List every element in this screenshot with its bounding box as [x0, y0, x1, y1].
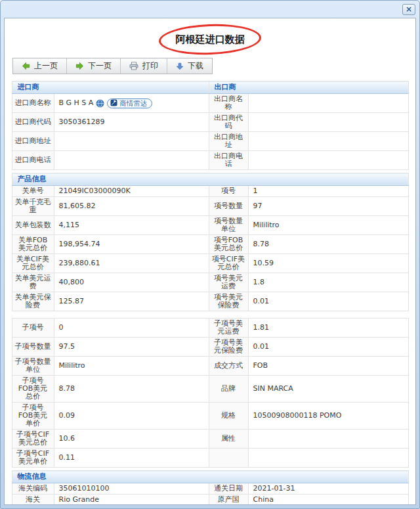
- field-value: 97.5: [54, 338, 209, 357]
- dialog-content: 阿根廷进口数据 上一页 下一页: [4, 18, 416, 505]
- field-label: 关单包装数: [12, 216, 54, 235]
- field-value: 1: [248, 186, 408, 197]
- print-button[interactable]: 打印: [121, 58, 167, 74]
- field-label: 关单美元保险费: [12, 292, 54, 311]
- field-label: 项号FOB美元总价: [209, 235, 248, 254]
- table-row: 进口商电话 出口商电话: [12, 151, 408, 170]
- logistics-table: 物流信息 海关编码 35061010100 通关日期 2021-01-31 海关…: [12, 470, 409, 505]
- radar-icon: [110, 99, 117, 106]
- table-row: 进口商地址 出口商地址: [12, 132, 408, 151]
- exporter-section-header: 出口商: [209, 81, 408, 94]
- next-page-button[interactable]: 下一页: [67, 58, 121, 74]
- field-label: 子项号CIF美元总价: [12, 430, 54, 449]
- field-value: 2021-01-31: [248, 483, 408, 495]
- download-button[interactable]: 下载: [167, 58, 212, 74]
- table-row: 子项号 0 子项号美元运费 1.81: [12, 319, 408, 338]
- download-label: 下载: [188, 60, 203, 72]
- arrow-right-icon: [75, 62, 84, 70]
- importer-section-header: 进口商: [12, 81, 209, 94]
- field-value: Mililitro: [248, 216, 408, 235]
- importer-name-value: B G H S A: [54, 94, 209, 113]
- title-area: 阿根廷进口数据: [5, 22, 415, 56]
- dialog-titlebar: ×: [1, 1, 419, 18]
- field-label: 子项号CIF美元单价: [12, 449, 54, 468]
- field-label: 海关编码: [12, 483, 54, 495]
- close-icon[interactable]: ×: [402, 4, 415, 15]
- field-label: 关单千克毛重: [12, 197, 54, 216]
- field-label: 海关: [12, 495, 54, 506]
- table-row: 子项号数量单位 Mililitro 成交方式 FOB: [12, 357, 408, 376]
- toolbar: 上一页 下一页 打印: [12, 58, 213, 74]
- table-row: 关单CIF美元总价 239,880.61 项号CIF美元总价 10.59: [12, 254, 408, 273]
- field-label: 规格: [209, 403, 248, 430]
- field-label: 子项号数量单位: [12, 357, 54, 376]
- field-label: 项号美元保险费: [209, 292, 248, 311]
- table-row: 进口商 出口商: [12, 81, 408, 94]
- business-radar-badge[interactable]: 商情雷达: [107, 99, 152, 108]
- field-value: FOB: [248, 357, 408, 376]
- field-label: 子项号FOB美元单价: [12, 403, 54, 430]
- field-value: 0.01: [248, 338, 408, 357]
- prev-page-label: 上一页: [34, 60, 58, 72]
- field-label: 子项号: [12, 319, 54, 338]
- field-value: 0.01: [248, 292, 408, 311]
- field-label: 关单号: [12, 186, 54, 197]
- field-value: 0.11: [54, 449, 209, 468]
- table-row: 子项号FOB美元总价 8.78 品牌 SIN MARCA: [12, 376, 408, 403]
- import-data-dialog: × 阿根廷进口数据 上一页 下一页: [0, 0, 420, 509]
- table-row: 子项号数量 97.5 子项号美元保险费 0.01: [12, 338, 408, 357]
- field-value: [248, 430, 408, 449]
- sub-item-table: 子项号 0 子项号美元运费 1.81 子项号数量 97.5 子项号美元保险费 0…: [12, 318, 409, 468]
- table-row: 海关 Rio Grande 原产国 China: [12, 495, 408, 506]
- arrow-left-icon: [22, 62, 30, 70]
- field-label: 品牌: [209, 376, 248, 403]
- field-label: 进口商电话: [12, 151, 54, 170]
- table-row: 物流信息: [12, 471, 408, 483]
- field-value: SIN MARCA: [248, 376, 408, 403]
- table-row: 进口商名称 B G H S A: [12, 94, 408, 113]
- table-row: 关单包装数 4,115 项号数量单位 Mililitro: [12, 216, 408, 235]
- field-value: 10.59: [248, 254, 408, 273]
- field-label: 进口商代码: [12, 113, 54, 132]
- print-label: 打印: [142, 60, 158, 72]
- field-value: [248, 449, 408, 468]
- field-value: 97: [248, 197, 408, 216]
- field-value: [248, 113, 408, 132]
- field-value: 125.87: [54, 292, 209, 311]
- field-value: Mililitro: [54, 357, 209, 376]
- field-label: 关单美元运费: [12, 273, 54, 292]
- section-gap: [5, 311, 415, 318]
- field-value: 0.09: [54, 403, 209, 430]
- field-label: 通关日期: [209, 483, 248, 495]
- table-row: 子项号FOB美元单价 0.09 规格 10500908000118 POMO: [12, 403, 408, 430]
- radar-badge-label: 商情雷达: [119, 99, 147, 107]
- field-value: China: [248, 495, 408, 506]
- table-row: 产品信息: [12, 173, 408, 186]
- field-label: 项号: [209, 186, 248, 197]
- field-value: 21049IC03000090K: [54, 186, 209, 197]
- table-row: 子项号CIF美元总价 10.6 属性: [12, 430, 408, 449]
- field-label: 关单FOB美元总价: [12, 235, 54, 254]
- printer-icon: [129, 62, 138, 70]
- product-table: 产品信息 关单号 21049IC03000090K 项号 1 关单千克毛重 81…: [12, 173, 409, 311]
- field-value: 35061010100: [54, 483, 209, 495]
- table-row: 关单美元运费 40,800 项号美元运费 1.8: [12, 273, 408, 292]
- field-label: 出口商地址: [209, 132, 248, 151]
- field-value: 198,954.74: [54, 235, 209, 254]
- field-value: [248, 151, 408, 170]
- globe-icon[interactable]: [96, 99, 104, 108]
- field-value: Rio Grande: [54, 495, 209, 506]
- field-value: 10.6: [54, 430, 209, 449]
- field-value: 3050361289: [54, 113, 209, 132]
- field-label: 进口商地址: [12, 132, 54, 151]
- prev-page-button[interactable]: 上一页: [13, 58, 67, 74]
- field-value: [54, 132, 209, 151]
- field-value: 1.81: [248, 319, 408, 338]
- field-label: 出口商代码: [209, 113, 248, 132]
- field-label: 属性: [209, 430, 248, 449]
- product-section-header: 产品信息: [12, 173, 408, 186]
- next-page-label: 下一页: [88, 60, 112, 72]
- table-row: 关单美元保险费 125.87 项号美元保险费 0.01: [12, 292, 408, 311]
- table-row: 关单号 21049IC03000090K 项号 1: [12, 186, 408, 197]
- field-label: 子项号美元保险费: [209, 338, 248, 357]
